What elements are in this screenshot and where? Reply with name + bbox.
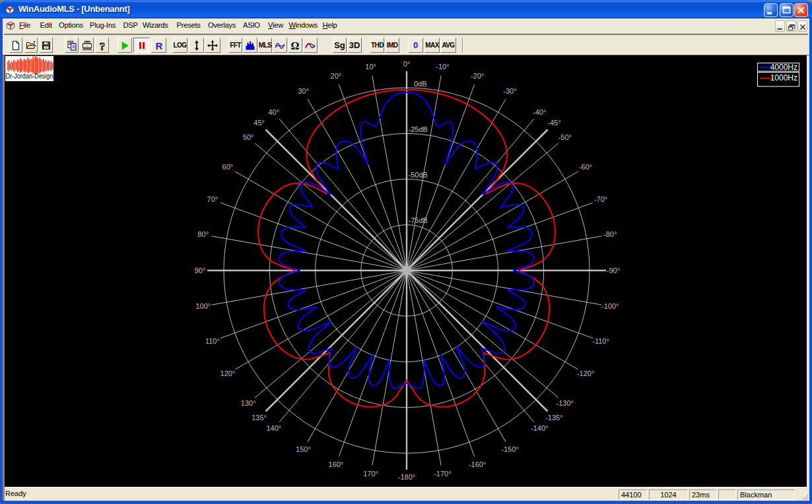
- svg-text:-180°: -180°: [398, 473, 415, 481]
- svg-text:-10°: -10°: [436, 63, 449, 71]
- svg-text:-70°: -70°: [594, 195, 607, 203]
- svg-text:170°: 170°: [363, 470, 378, 478]
- svg-text:50°: 50°: [243, 133, 254, 141]
- svg-text:160°: 160°: [329, 460, 344, 468]
- svg-text:-80°: -80°: [603, 230, 617, 238]
- svg-text:130°: 130°: [241, 399, 256, 407]
- svg-text:-50°: -50°: [558, 133, 572, 141]
- svg-text:0dB: 0dB: [414, 80, 427, 88]
- svg-text:-110°: -110°: [592, 337, 609, 345]
- svg-text:110°: 110°: [205, 337, 220, 345]
- svg-text:-30°: -30°: [503, 87, 516, 95]
- svg-text:Dr-Jordan-Design: Dr-Jordan-Design: [6, 72, 53, 80]
- svg-text:Ω: Ω: [291, 40, 300, 51]
- svg-text:40°: 40°: [268, 108, 279, 116]
- svg-text:0°: 0°: [403, 60, 411, 68]
- svg-text:-160°: -160°: [469, 460, 486, 468]
- svg-text:70°: 70°: [207, 195, 219, 203]
- svg-text:-20°: -20°: [471, 72, 484, 80]
- svg-text:140°: 140°: [266, 424, 281, 432]
- svg-text:-45°: -45°: [547, 119, 560, 127]
- svg-text:80°: 80°: [197, 230, 209, 238]
- svg-text:-25dB: -25dB: [409, 125, 428, 133]
- svg-text:-50dB: -50dB: [409, 171, 428, 179]
- svg-text:-135°: -135°: [545, 414, 562, 422]
- svg-text:45°: 45°: [254, 119, 265, 127]
- svg-text:-90°: -90°: [607, 267, 620, 274]
- svg-text:135°: 135°: [252, 414, 267, 422]
- svg-text:120°: 120°: [220, 369, 236, 377]
- svg-text:150°: 150°: [296, 445, 311, 453]
- svg-text:-120°: -120°: [577, 369, 594, 377]
- svg-text:?: ?: [99, 40, 105, 51]
- svg-text:10°: 10°: [365, 63, 376, 71]
- svg-text:-150°: -150°: [501, 445, 518, 453]
- svg-text:90°: 90°: [195, 267, 206, 274]
- svg-text:-130°: -130°: [557, 399, 574, 407]
- svg-text:20°: 20°: [331, 72, 342, 80]
- svg-text:4000Hz: 4000Hz: [770, 63, 797, 72]
- svg-text:-75dB: -75dB: [409, 216, 428, 224]
- svg-text:100°: 100°: [195, 302, 211, 310]
- svg-text:R: R: [155, 40, 162, 51]
- svg-text:-140°: -140°: [531, 424, 548, 432]
- svg-text:1000Hz: 1000Hz: [770, 73, 797, 82]
- svg-text:60°: 60°: [222, 163, 234, 171]
- svg-text:-40°: -40°: [533, 108, 546, 116]
- svg-text:-100°: -100°: [601, 302, 619, 310]
- svg-text:-60°: -60°: [579, 163, 592, 171]
- svg-text:30°: 30°: [298, 87, 309, 95]
- svg-text:-170°: -170°: [434, 470, 451, 478]
